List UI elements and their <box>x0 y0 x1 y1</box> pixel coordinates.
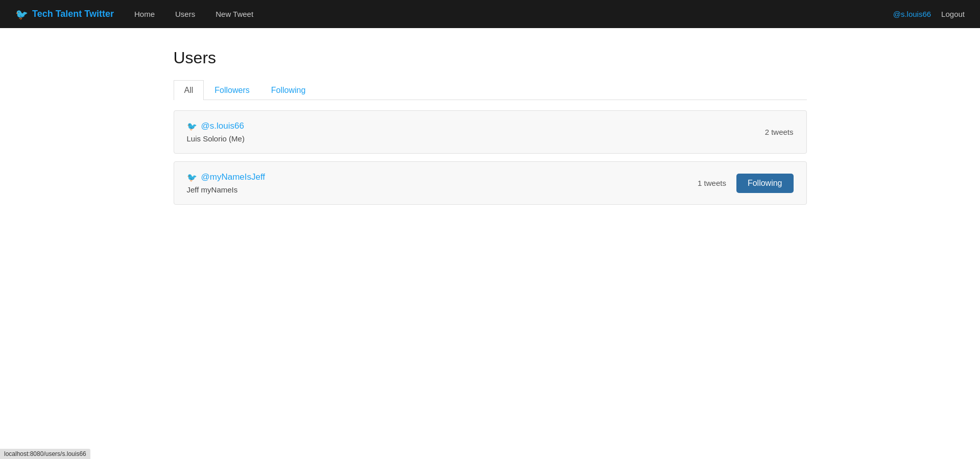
page-title: Users <box>174 49 807 67</box>
user-handle-row-self: 🐦 @s.louis66 <box>187 121 245 131</box>
current-user-link[interactable]: @s.louis66 <box>893 10 931 18</box>
logout-link[interactable]: Logout <box>941 10 965 18</box>
user-name-self: Luis Solorio (Me) <box>187 134 245 143</box>
navbar-left: 🐦 Tech Talent Twitter Home Users New Twe… <box>15 7 258 21</box>
user-handle-row-jeff: 🐦 @myNameIsJeff <box>187 172 266 182</box>
user-handle-self[interactable]: @s.louis66 <box>201 121 244 131</box>
twitter-bird-icon: 🐦 <box>15 8 28 20</box>
user-card-self: 🐦 @s.louis66 Luis Solorio (Me) 2 tweets <box>174 110 807 154</box>
twitter-bird-icon-jeff: 🐦 <box>187 173 197 182</box>
user-card-right-jeff: 1 tweets Following <box>698 174 793 193</box>
nav-users[interactable]: Users <box>170 7 200 21</box>
navbar-right: @s.louis66 Logout <box>893 10 965 18</box>
nav-new-tweet[interactable]: New Tweet <box>210 7 258 21</box>
user-card-right-self: 2 tweets <box>765 128 794 136</box>
user-card-jeff: 🐦 @myNameIsJeff Jeff myNameIs 1 tweets F… <box>174 161 807 205</box>
navbar-links: Home Users New Tweet <box>129 7 258 21</box>
brand-link[interactable]: 🐦 Tech Talent Twitter <box>15 8 114 20</box>
tab-followers[interactable]: Followers <box>204 80 260 100</box>
tweet-count-jeff: 1 tweets <box>698 179 726 187</box>
following-button-jeff[interactable]: Following <box>736 174 794 193</box>
tabs-container: All Followers Following <box>174 80 807 100</box>
twitter-bird-icon-self: 🐦 <box>187 122 197 131</box>
user-name-jeff: Jeff myNameIs <box>187 185 266 194</box>
nav-home[interactable]: Home <box>129 7 160 21</box>
user-card-left-jeff: 🐦 @myNameIsJeff Jeff myNameIs <box>187 172 266 194</box>
tab-all[interactable]: All <box>174 80 204 100</box>
user-card-left-self: 🐦 @s.louis66 Luis Solorio (Me) <box>187 121 245 143</box>
main-content: Users All Followers Following 🐦 @s.louis… <box>133 28 848 233</box>
user-handle-jeff[interactable]: @myNameIsJeff <box>201 172 266 182</box>
brand-label: Tech Talent Twitter <box>32 9 114 19</box>
tab-following[interactable]: Following <box>260 80 317 100</box>
tweet-count-self: 2 tweets <box>765 128 794 136</box>
navbar: 🐦 Tech Talent Twitter Home Users New Twe… <box>0 0 980 28</box>
